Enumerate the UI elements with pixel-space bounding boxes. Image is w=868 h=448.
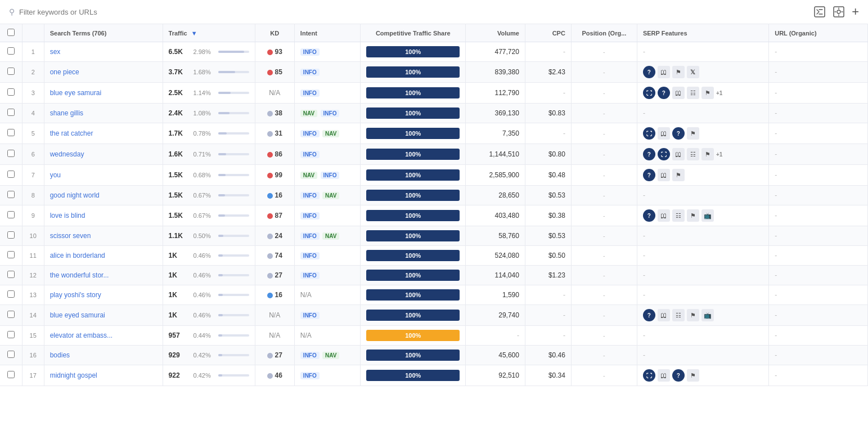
search-term[interactable]: alice in borderland bbox=[44, 246, 163, 266]
term-link[interactable]: the wonderful stor... bbox=[50, 271, 109, 279]
table-row: 8good night world 1.5K 0.67% 16INFO NAV … bbox=[0, 186, 868, 205]
row-checkbox-cell[interactable] bbox=[0, 285, 22, 305]
term-link[interactable]: shane gillis bbox=[50, 109, 83, 117]
search-term[interactable]: scissor seven bbox=[44, 226, 163, 246]
table-row: 13play yoshi's story 1K 0.46% 16N/A 100%… bbox=[0, 285, 868, 305]
kd-header[interactable]: KD bbox=[255, 24, 294, 42]
row-checkbox-cell[interactable] bbox=[0, 186, 22, 205]
search-input[interactable] bbox=[19, 8, 188, 16]
row-checkbox[interactable] bbox=[7, 351, 15, 358]
traffic-bar bbox=[218, 112, 230, 114]
serp-book-icon: 🕮 bbox=[658, 169, 670, 181]
search-term[interactable]: blue eyed samurai bbox=[44, 305, 163, 326]
row-checkbox[interactable] bbox=[7, 171, 15, 178]
url-header[interactable]: URL (Organic) bbox=[769, 24, 868, 42]
row-checkbox-cell[interactable] bbox=[0, 42, 22, 62]
traffic-header[interactable]: Traffic ▼ bbox=[163, 24, 255, 42]
row-checkbox-cell[interactable] bbox=[0, 205, 22, 226]
row-checkbox-cell[interactable] bbox=[0, 123, 22, 144]
row-checkbox[interactable] bbox=[7, 251, 15, 258]
cts-label: 100% bbox=[405, 212, 421, 219]
select-all-checkbox[interactable] bbox=[7, 29, 15, 36]
serp-header[interactable]: SERP Features bbox=[637, 24, 768, 42]
row-checkbox[interactable] bbox=[7, 271, 15, 278]
row-checkbox-cell[interactable] bbox=[0, 226, 22, 246]
row-checkbox-cell[interactable] bbox=[0, 326, 22, 346]
traffic-bar-wrap bbox=[218, 92, 249, 94]
search-term[interactable]: shane gillis bbox=[44, 104, 163, 123]
row-checkbox-cell[interactable] bbox=[0, 305, 22, 326]
search-term[interactable]: blue eye samurai bbox=[44, 83, 163, 104]
traffic-percent: 0.44% bbox=[194, 332, 215, 339]
row-checkbox-cell[interactable] bbox=[0, 165, 22, 186]
search-term[interactable]: the wonderful stor... bbox=[44, 266, 163, 285]
export-excel-button[interactable] bbox=[813, 6, 826, 18]
search-term[interactable]: the rat catcher bbox=[44, 123, 163, 144]
cpc-value: $0.50 bbox=[548, 252, 565, 259]
search-term[interactable]: play yoshi's story bbox=[44, 285, 163, 305]
term-link[interactable]: blue eye samurai bbox=[50, 89, 101, 97]
row-checkbox-cell[interactable] bbox=[0, 266, 22, 285]
intent-header[interactable]: Intent bbox=[294, 24, 360, 42]
search-term[interactable]: love is blind bbox=[44, 205, 163, 226]
cpc-header[interactable]: CPC bbox=[525, 24, 571, 42]
search-term[interactable]: bodies bbox=[44, 346, 163, 365]
cts-cell: 100% bbox=[361, 326, 466, 346]
row-checkbox[interactable] bbox=[7, 290, 15, 298]
term-link[interactable]: good night world bbox=[50, 191, 100, 199]
search-term[interactable]: sex bbox=[44, 42, 163, 62]
row-checkbox[interactable] bbox=[7, 371, 15, 378]
row-checkbox-cell[interactable] bbox=[0, 346, 22, 365]
row-checkbox[interactable] bbox=[7, 311, 15, 318]
term-link[interactable]: play yoshi's story bbox=[50, 291, 101, 299]
cts-header[interactable]: Competitive Traffic Share bbox=[361, 24, 466, 42]
intent-badge: INFO bbox=[321, 110, 340, 117]
serp-question-icon: ? bbox=[643, 66, 655, 78]
term-link[interactable]: elevator at embass... bbox=[50, 331, 113, 339]
term-link[interactable]: bodies bbox=[50, 351, 70, 359]
row-checkbox-cell[interactable] bbox=[0, 365, 22, 386]
term-link[interactable]: sex bbox=[50, 48, 61, 56]
search-term[interactable]: one piece bbox=[44, 62, 163, 83]
row-checkbox[interactable] bbox=[7, 47, 15, 55]
search-term[interactable]: elevator at embass... bbox=[44, 326, 163, 346]
search-term[interactable]: good night world bbox=[44, 186, 163, 205]
search-term[interactable]: midnight gospel bbox=[44, 365, 163, 386]
row-checkbox[interactable] bbox=[7, 129, 15, 136]
term-link[interactable]: the rat catcher bbox=[50, 129, 93, 137]
row-checkbox[interactable] bbox=[7, 211, 15, 218]
row-checkbox-cell[interactable] bbox=[0, 62, 22, 83]
term-link[interactable]: midnight gospel bbox=[50, 371, 97, 379]
volume-header[interactable]: Volume bbox=[466, 24, 525, 42]
term-link[interactable]: you bbox=[50, 171, 61, 179]
term-link[interactable]: scissor seven bbox=[50, 232, 91, 240]
row-checkbox[interactable] bbox=[7, 231, 15, 239]
row-checkbox-cell[interactable] bbox=[0, 104, 22, 123]
cts-cell: 100% bbox=[361, 83, 466, 104]
term-link[interactable]: love is blind bbox=[50, 212, 86, 219]
row-checkbox-cell[interactable] bbox=[0, 144, 22, 165]
search-term[interactable]: wednesday bbox=[44, 144, 163, 165]
term-link[interactable]: wednesday bbox=[50, 150, 84, 158]
row-checkbox[interactable] bbox=[7, 150, 15, 157]
row-checkbox-cell[interactable] bbox=[0, 246, 22, 266]
position-value: - bbox=[603, 172, 605, 178]
term-link[interactable]: blue eyed samurai bbox=[50, 311, 105, 319]
traffic-percent: 0.67% bbox=[194, 192, 215, 199]
position-header[interactable]: Position (Org... bbox=[571, 24, 637, 42]
row-checkbox-cell[interactable] bbox=[0, 83, 22, 104]
add-button[interactable]: + bbox=[852, 5, 859, 19]
row-checkbox[interactable] bbox=[7, 68, 15, 75]
select-all-header[interactable] bbox=[0, 24, 22, 42]
row-checkbox[interactable] bbox=[7, 109, 15, 116]
settings-button[interactable] bbox=[833, 6, 845, 18]
row-checkbox[interactable] bbox=[7, 88, 15, 96]
search-term[interactable]: you bbox=[44, 165, 163, 186]
term-link[interactable]: alice in borderland bbox=[50, 252, 105, 259]
term-header[interactable]: Search Terms (706) bbox=[44, 24, 163, 42]
intent-cell: INFO bbox=[294, 365, 360, 386]
serp-flag-icon: ⚑ bbox=[687, 127, 699, 140]
term-link[interactable]: one piece bbox=[50, 68, 79, 76]
row-checkbox[interactable] bbox=[7, 191, 15, 198]
row-checkbox[interactable] bbox=[7, 331, 15, 338]
